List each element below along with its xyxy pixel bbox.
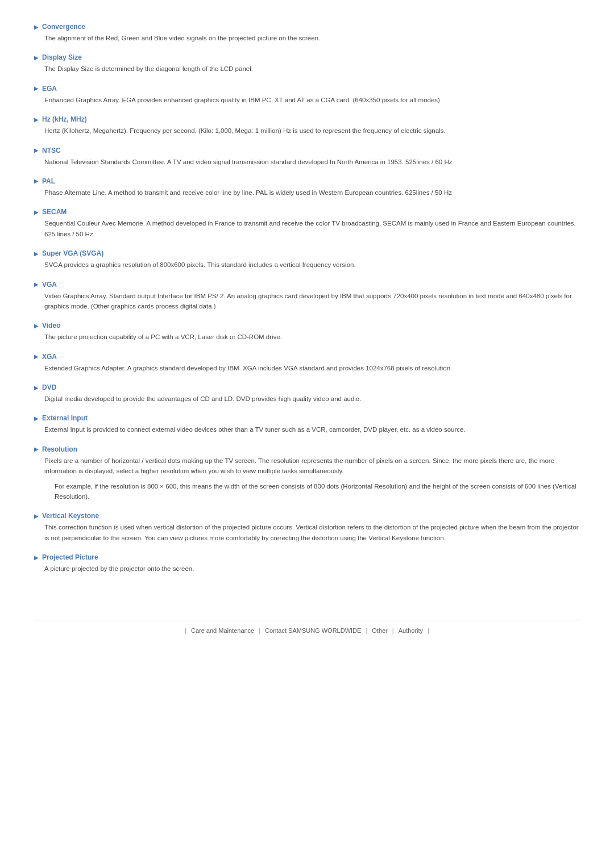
term-block-vga: ▶VGAVideo Graphics Array. Standard outpu… <box>34 281 580 312</box>
footer-sep-1: | <box>259 627 260 634</box>
terms-container: ▶ConvergenceThe alignment of the Red, Gr… <box>34 23 580 574</box>
term-title-svga: ▶Super VGA (SVGA) <box>34 249 580 257</box>
footer-link-care[interactable]: Care and Maintenance <box>191 627 254 634</box>
term-arrow-projected-picture: ▶ <box>34 554 39 561</box>
term-block-secam: ▶SECAMSequential Couleur Avec Memorie. A… <box>34 208 580 239</box>
term-desc-video: The picture projection capability of a P… <box>34 332 580 342</box>
term-name-xga: XGA <box>42 353 57 361</box>
term-desc-hz: Hertz (Kilohertz, Megahertz). Frequency … <box>34 126 580 136</box>
term-arrow-display-size: ▶ <box>34 55 39 61</box>
page-wrapper: ▶ConvergenceThe alignment of the Red, Gr… <box>0 0 614 668</box>
term-desc-ntsc: National Television Standards Committee.… <box>34 157 580 167</box>
term-name-display-size: Display Size <box>42 53 82 61</box>
term-desc-svga: SVGA provides a graphics resolution of 8… <box>34 260 580 270</box>
term-desc-ega: Enhanced Graphics Array. EGA provides en… <box>34 95 580 105</box>
term-name-secam: SECAM <box>42 208 67 216</box>
term-desc-projected-picture: A picture projected by the projector ont… <box>34 564 580 574</box>
term-block-external-input: ▶External InputExternal Input is provide… <box>34 414 580 435</box>
footer-sep-2: | <box>366 627 367 634</box>
term-arrow-hz: ▶ <box>34 116 39 123</box>
term-arrow-external-input: ▶ <box>34 415 39 422</box>
term-block-resolution: ▶ResolutionPixels are a number of horizo… <box>34 445 580 502</box>
term-block-svga: ▶Super VGA (SVGA)SVGA provides a graphic… <box>34 249 580 270</box>
footer-sep-end: | <box>428 627 429 634</box>
footer-links: | Care and Maintenance | Contact SAMSUNG… <box>34 627 580 634</box>
term-name-projected-picture: Projected Picture <box>42 553 98 561</box>
term-block-pal: ▶PALPhase Alternate Line. A method to tr… <box>34 177 580 198</box>
term-block-convergence: ▶ConvergenceThe alignment of the Red, Gr… <box>34 23 580 43</box>
term-title-hz: ▶Hz (kHz, MHz) <box>34 115 580 123</box>
term-arrow-resolution: ▶ <box>34 446 39 452</box>
footer: | Care and Maintenance | Contact SAMSUNG… <box>34 620 580 634</box>
term-desc-resolution: Pixels are a number of horizontal / vert… <box>34 456 580 477</box>
term-name-video: Video <box>42 322 60 329</box>
term-name-dvd: DVD <box>42 383 56 391</box>
term-desc-pal: Phase Alternate Line. A method to transm… <box>34 187 580 198</box>
term-title-xga: ▶XGA <box>34 353 580 361</box>
footer-link-other[interactable]: Other <box>372 627 388 634</box>
term-block-display-size: ▶Display SizeThe Display Size is determi… <box>34 53 580 74</box>
term-title-external-input: ▶External Input <box>34 414 580 422</box>
term-block-dvd: ▶DVDDigital media developed to provide t… <box>34 383 580 404</box>
term-arrow-pal: ▶ <box>34 178 39 184</box>
term-desc-xga: Extended Graphics Adapter. A graphics st… <box>34 363 580 373</box>
term-desc-vertical-keystone: This correction function is used when ve… <box>34 522 580 543</box>
term-arrow-vertical-keystone: ▶ <box>34 513 39 519</box>
term-desc-secam: Sequential Couleur Avec Memorie. A metho… <box>34 218 580 239</box>
term-name-resolution: Resolution <box>42 445 77 453</box>
term-arrow-secam: ▶ <box>34 209 39 215</box>
term-title-convergence: ▶Convergence <box>34 23 580 31</box>
term-arrow-video: ▶ <box>34 323 39 329</box>
footer-link-authority[interactable]: Authority <box>399 627 423 634</box>
term-name-ega: EGA <box>42 85 57 93</box>
term-title-ntsc: ▶NTSC <box>34 147 580 155</box>
term-arrow-vga: ▶ <box>34 281 39 287</box>
term-arrow-ega: ▶ <box>34 85 39 91</box>
term-name-external-input: External Input <box>42 414 88 422</box>
term-block-projected-picture: ▶Projected PictureA picture projected by… <box>34 553 580 574</box>
term-block-xga: ▶XGAExtended Graphics Adapter. A graphic… <box>34 353 580 373</box>
term-title-resolution: ▶Resolution <box>34 445 580 453</box>
term-title-vga: ▶VGA <box>34 281 580 289</box>
term-arrow-xga: ▶ <box>34 353 39 360</box>
term-name-convergence: Convergence <box>42 23 85 31</box>
term-title-projected-picture: ▶Projected Picture <box>34 553 580 561</box>
term-extra-resolution: For example, if the resolution is 800 × … <box>34 481 580 502</box>
term-desc-convergence: The alignment of the Red, Green and Blue… <box>34 33 580 43</box>
term-arrow-ntsc: ▶ <box>34 147 39 153</box>
term-arrow-dvd: ▶ <box>34 385 39 391</box>
term-title-video: ▶Video <box>34 322 580 329</box>
footer-sep-3: | <box>392 627 394 634</box>
footer-sep-start: | <box>185 627 186 634</box>
term-desc-external-input: External Input is provided to connect ex… <box>34 424 580 435</box>
term-name-vertical-keystone: Vertical Keystone <box>42 512 99 520</box>
term-desc-display-size: The Display Size is determined by the di… <box>34 64 580 74</box>
footer-link-contact[interactable]: Contact SAMSUNG WORLDWIDE <box>265 627 361 634</box>
term-name-pal: PAL <box>42 177 55 185</box>
term-desc-dvd: Digital media developed to provide the a… <box>34 394 580 404</box>
term-title-pal: ▶PAL <box>34 177 580 185</box>
term-title-ega: ▶EGA <box>34 85 580 93</box>
term-name-hz: Hz (kHz, MHz) <box>42 115 87 123</box>
term-title-vertical-keystone: ▶Vertical Keystone <box>34 512 580 520</box>
term-name-vga: VGA <box>42 281 57 289</box>
term-name-svga: Super VGA (SVGA) <box>42 249 103 257</box>
term-name-ntsc: NTSC <box>42 147 61 155</box>
term-block-ntsc: ▶NTSCNational Television Standards Commi… <box>34 147 580 167</box>
term-title-dvd: ▶DVD <box>34 383 580 391</box>
term-arrow-svga: ▶ <box>34 251 39 257</box>
term-block-ega: ▶EGAEnhanced Graphics Array. EGA provide… <box>34 85 580 105</box>
term-block-video: ▶VideoThe picture projection capability … <box>34 322 580 342</box>
term-title-display-size: ▶Display Size <box>34 53 580 61</box>
term-block-vertical-keystone: ▶Vertical KeystoneThis correction functi… <box>34 512 580 543</box>
term-arrow-convergence: ▶ <box>34 24 39 30</box>
term-title-secam: ▶SECAM <box>34 208 580 216</box>
term-desc-vga: Video Graphics Array. Standard output In… <box>34 291 580 312</box>
term-block-hz: ▶Hz (kHz, MHz)Hertz (Kilohertz, Megahert… <box>34 115 580 136</box>
